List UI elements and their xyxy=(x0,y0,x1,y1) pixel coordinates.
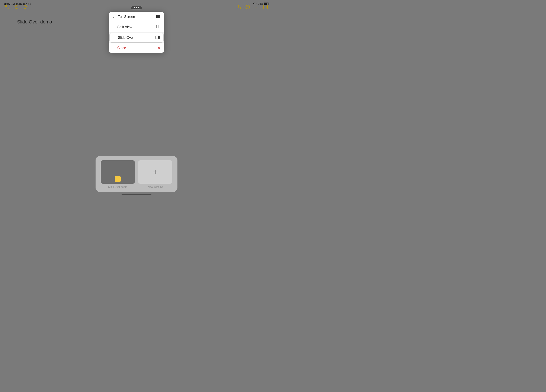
window-preview-current xyxy=(101,160,135,184)
menu-item-split-view-left: Split View xyxy=(113,25,132,29)
slide-over-icon xyxy=(156,36,160,40)
window-current-label: Slide Over demo xyxy=(108,186,127,188)
battery-fill xyxy=(264,3,267,5)
menu-item-close[interactable]: Close ✕ xyxy=(109,43,164,53)
status-time: 3:46 PM xyxy=(4,2,15,6)
svg-rect-14 xyxy=(158,36,160,39)
plus-icon: + xyxy=(153,167,157,176)
menu-item-full-screen[interactable]: ✓ Full Screen xyxy=(109,12,164,22)
split-view-icon xyxy=(156,25,160,29)
close-label: Close xyxy=(117,46,126,50)
battery-display: 75% xyxy=(258,2,269,5)
notes-icon-thumb xyxy=(115,176,121,182)
menu-item-slide-over-left: Slide Over xyxy=(113,36,134,40)
note-title: Slide Over demo xyxy=(17,19,52,25)
window-preview-inner xyxy=(101,160,135,184)
slide-over-label: Slide Over xyxy=(118,36,134,40)
menu-item-full-screen-left: ✓ Full Screen xyxy=(113,15,135,19)
full-screen-icon xyxy=(156,15,160,19)
svg-rect-9 xyxy=(156,15,160,18)
home-indicator xyxy=(122,194,151,195)
battery-percent: 75% xyxy=(258,2,263,5)
checkmark-icon: ✓ xyxy=(113,15,115,19)
window-new-label: New Window xyxy=(148,186,163,188)
window-switcher: Slide Over demo + New Window xyxy=(96,156,177,192)
window-new-button[interactable]: + xyxy=(138,160,172,184)
dropdown-menu: ✓ Full Screen Split View Slide Over xyxy=(109,12,164,53)
status-date: Mon Jan 13 xyxy=(16,2,31,6)
battery-icon xyxy=(264,3,269,5)
window-thumb-current[interactable]: Slide Over demo xyxy=(101,160,135,188)
status-left: 3:46 PM Mon Jan 13 xyxy=(4,2,31,6)
status-bar: 3:46 PM Mon Jan 13 75% xyxy=(0,0,273,8)
wifi-icon xyxy=(253,2,257,5)
close-x-icon: ✕ xyxy=(158,46,160,50)
menu-item-slide-over[interactable]: Slide Over xyxy=(109,33,164,43)
window-thumb-new[interactable]: + New Window xyxy=(138,160,172,188)
split-view-label: Split View xyxy=(117,25,132,29)
full-screen-label: Full Screen xyxy=(118,15,135,19)
menu-item-close-left: Close xyxy=(113,46,126,50)
status-right: 75% xyxy=(253,2,269,5)
menu-item-split-view[interactable]: Split View xyxy=(109,22,164,32)
